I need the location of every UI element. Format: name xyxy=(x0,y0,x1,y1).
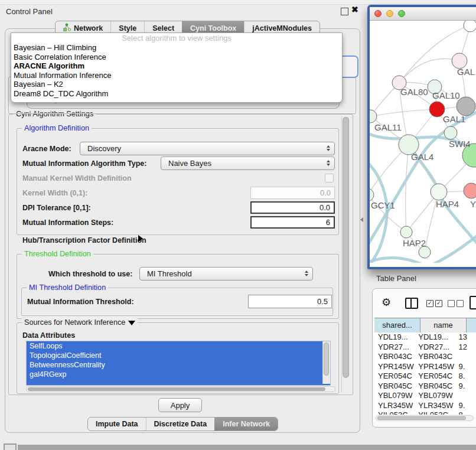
mi-steps-label: Mutual Information Steps: xyxy=(22,218,113,227)
settings-scrollbar-thumb[interactable] xyxy=(343,117,349,378)
table-cell: YDR27... xyxy=(415,343,455,353)
deselect-all-checkboxes-icon[interactable] xyxy=(448,300,464,307)
table-row[interactable]: YBR045CYBR045C9. xyxy=(374,381,476,392)
table-column-header[interactable]: A xyxy=(467,318,476,332)
table-column-header[interactable]: shared... xyxy=(374,318,420,332)
hub-definition-label[interactable]: Hub/Transcription Factor Definition xyxy=(22,236,146,245)
table-cell xyxy=(455,352,476,362)
mi-threshold-input[interactable]: 0.5 xyxy=(248,295,332,308)
algorithm-popup-item[interactable]: Basic Correlation Inference xyxy=(11,53,342,62)
aracne-mode-combo[interactable]: Discovery xyxy=(80,142,335,155)
attributes-scrollbar-track[interactable] xyxy=(322,341,330,384)
manual-kernel-width-label: Manual Kernel Width Definition xyxy=(22,174,132,183)
top-strip xyxy=(0,0,476,5)
kernel-width-input[interactable]: 0.0 xyxy=(250,187,335,199)
network-edge[interactable] xyxy=(399,58,459,83)
algorithm-popup-item[interactable]: ARACNE Algorithm xyxy=(11,61,342,71)
minimize-window-icon[interactable] xyxy=(386,10,393,17)
splitter-collapse-icon[interactable] xyxy=(360,217,363,222)
mi-algorithm-type-combo[interactable]: Naive Bayes xyxy=(161,156,335,170)
network-window-titlebar[interactable] xyxy=(370,7,476,21)
table-cell: YIL053C xyxy=(415,410,455,415)
document-icon[interactable] xyxy=(470,296,476,309)
table-row[interactable]: YBL079WYBL079W xyxy=(374,391,476,401)
table-cell: YLR345W xyxy=(374,401,415,411)
algorithm-popup-item[interactable]: Dream8 DC_TDC Algorithm xyxy=(11,89,342,99)
gear-icon[interactable]: ⚙ xyxy=(382,296,391,309)
bottom-tab-infer-network[interactable]: Infer Network xyxy=(214,418,278,431)
network-node[interactable] xyxy=(370,188,374,201)
network-node[interactable] xyxy=(431,184,447,200)
table-row[interactable]: YLR345WYLR345W9. xyxy=(374,401,476,411)
data-attribute-item[interactable]: gal4RGexp xyxy=(27,370,330,379)
network-node[interactable] xyxy=(464,21,476,32)
table-row[interactable]: YDL19...YDL19...13 xyxy=(374,332,476,343)
which-threshold-combo[interactable]: MI Threshold xyxy=(139,267,313,281)
table-row[interactable]: YIL053CYIL053C8. xyxy=(374,410,476,415)
table-row[interactable]: YDR27...YDR27...12 xyxy=(374,343,476,353)
attributes-hscrollbar-thumb[interactable] xyxy=(28,387,325,391)
table-row[interactable]: YER054CYER054C8. xyxy=(374,371,476,381)
table-hscrollbar-thumb[interactable] xyxy=(377,416,466,420)
network-edge-thick[interactable] xyxy=(370,161,387,263)
table-cell: YIL053C xyxy=(374,410,415,415)
table-row[interactable]: YPR145WYPR145W9. xyxy=(374,362,476,372)
table-cell: YBR045C xyxy=(415,381,455,392)
table-cell: YDL19... xyxy=(415,332,455,343)
close-panel-icon[interactable]: ✖ xyxy=(351,5,358,14)
network-node[interactable] xyxy=(419,246,431,258)
sources-title[interactable]: Sources for Network Inference xyxy=(24,318,125,327)
table-cell: YDR27... xyxy=(374,343,415,353)
table-header-row: shared...nameA xyxy=(374,318,476,333)
select-all-checkboxes-icon[interactable]: ✓✓ xyxy=(426,300,442,307)
mi-algorithm-type-value: Naive Bayes xyxy=(168,159,211,168)
close-window-icon[interactable] xyxy=(374,10,382,17)
network-node-label: HAP2 xyxy=(403,238,426,248)
network-node-label: GCY1 xyxy=(371,200,395,210)
algorithm-popup-item[interactable]: Mutual Information Inference xyxy=(11,71,342,80)
algorithm-popup-item[interactable]: Bayesian – K2 xyxy=(11,80,342,89)
bottom-tab-discretize-data[interactable]: Discretize Data xyxy=(146,418,215,431)
network-node[interactable] xyxy=(444,126,457,139)
data-attribute-item[interactable]: TopologicalCoefficient xyxy=(27,351,330,360)
combo-spinner-icon xyxy=(305,270,308,276)
which-threshold-label: Which threshold to use: xyxy=(48,269,132,279)
bottom-tabbar: Impute DataDiscretize DataInfer Network xyxy=(87,417,278,431)
float-panel-icon[interactable] xyxy=(341,8,348,15)
network-node[interactable] xyxy=(400,226,412,238)
network-node-label: Y xyxy=(470,199,476,209)
columns-icon[interactable] xyxy=(405,298,418,309)
combo-spinner-icon xyxy=(327,145,330,151)
table-row[interactable]: YBR043CYBR043C xyxy=(374,352,476,362)
data-attribute-item[interactable]: SelfLoops xyxy=(27,341,330,351)
expander-down-icon[interactable] xyxy=(128,321,135,325)
bottom-tab-impute-data[interactable]: Impute Data xyxy=(88,418,146,431)
network-edge[interactable] xyxy=(406,145,409,232)
algorithm-popup-list: Bayesian – Hill ClimbingBasic Correlatio… xyxy=(11,43,342,99)
tab-label: Network xyxy=(74,24,103,32)
network-node[interactable] xyxy=(464,183,476,198)
manual-kernel-width-checkbox[interactable] xyxy=(325,174,334,182)
attributes-hscrollbar-track[interactable] xyxy=(26,386,335,392)
algorithm-popup-placeholder: Select algorithm to view settings xyxy=(11,33,342,43)
dpi-tolerance-input[interactable]: 0.0 xyxy=(250,201,335,214)
zoom-window-icon[interactable] xyxy=(398,10,405,17)
apply-button[interactable]: Apply xyxy=(158,398,202,412)
network-edge-thick[interactable] xyxy=(370,257,426,263)
data-attribute-item[interactable]: BetweennessCentrality xyxy=(27,360,330,370)
algorithm-popup-item[interactable]: Bayesian – Hill Climbing xyxy=(11,43,342,53)
expander-right-icon[interactable] xyxy=(138,235,143,242)
network-window[interactable]: GALGAL80GAL10GAL1GAL11GAL4SWI4GCY1HAP4YH… xyxy=(367,5,476,269)
settings-scrollbar-track[interactable] xyxy=(341,116,350,392)
table-column-header[interactable]: name xyxy=(420,318,467,332)
table-hscrollbar-track[interactable] xyxy=(376,415,474,421)
table-cell: YER054C xyxy=(415,371,455,381)
which-threshold-value: MI Threshold xyxy=(147,269,192,278)
network-canvas[interactable]: GALGAL80GAL10GAL1GAL11GAL4SWI4GCY1HAP4YH… xyxy=(370,21,476,263)
attributes-scrollbar-thumb[interactable] xyxy=(324,343,329,376)
docked-panel-icon[interactable] xyxy=(4,444,17,450)
table-cell: YER054C xyxy=(374,371,415,381)
mi-steps-input[interactable]: 6 xyxy=(250,216,335,229)
mi-threshold-group-title: MI Threshold Definition xyxy=(27,283,108,292)
network-edge[interactable] xyxy=(370,109,437,116)
